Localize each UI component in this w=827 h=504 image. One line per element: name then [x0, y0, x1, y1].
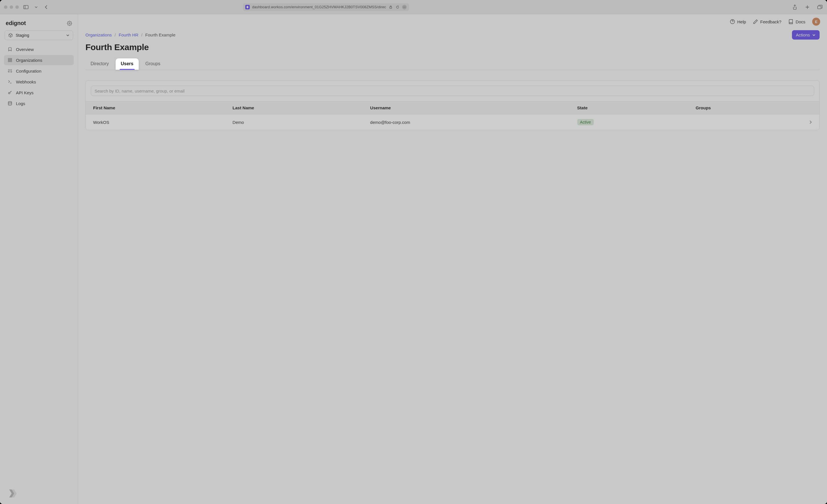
- window-controls: [4, 5, 19, 9]
- sidebar-item-label: Logs: [16, 101, 26, 106]
- col-username: Username: [363, 101, 570, 114]
- topbar: Help Feedback? Docs E: [78, 14, 827, 29]
- sliders-icon: [7, 68, 12, 73]
- url-text: dashboard.workos.com/environment_01G25ZH…: [252, 5, 386, 9]
- site-favicon: [245, 5, 250, 9]
- traffic-light-close[interactable]: [4, 5, 7, 9]
- tab-directory[interactable]: Directory: [86, 58, 114, 70]
- users-table: First Name Last Name Username State Grou…: [86, 101, 819, 130]
- col-first-name: First Name: [86, 101, 225, 114]
- svg-rect-11: [8, 58, 10, 60]
- cell-groups: [688, 114, 801, 130]
- help-circle-icon: [730, 19, 735, 24]
- svg-rect-2: [390, 7, 392, 8]
- sidebar-item-label: Webhooks: [16, 80, 36, 84]
- gear-icon[interactable]: [67, 21, 72, 26]
- chevron-down-icon[interactable]: [33, 4, 39, 10]
- sidebar-item-label: Overview: [16, 47, 34, 52]
- svg-rect-12: [10, 58, 12, 60]
- docs-link[interactable]: Docs: [788, 19, 806, 24]
- cell-last-name: Demo: [225, 114, 363, 130]
- feedback-link[interactable]: Feedback?: [753, 19, 781, 24]
- sidebar-item-api-keys[interactable]: API Keys: [4, 88, 74, 98]
- sidebar-item-label: API Keys: [16, 90, 34, 95]
- cell-first-name: WorkOS: [86, 114, 225, 130]
- table-row[interactable]: WorkOS Demo demo@foo-corp.com Active: [86, 114, 819, 130]
- breadcrumb-parent[interactable]: Fourth HR: [119, 33, 138, 37]
- breadcrumb-root[interactable]: Organizations: [86, 33, 112, 37]
- sidebar-item-organizations[interactable]: Organizations: [4, 55, 74, 65]
- tab-users[interactable]: Users: [115, 58, 138, 70]
- row-chevron-icon: [801, 114, 819, 130]
- sidebar-item-label: Configuration: [16, 69, 41, 73]
- svg-point-3: [403, 7, 404, 7]
- col-groups: Groups: [688, 101, 801, 114]
- cell-username: demo@foo-corp.com: [363, 114, 570, 130]
- environment-select[interactable]: Staging: [5, 31, 73, 40]
- svg-point-4: [404, 7, 405, 7]
- tabs-overview-icon[interactable]: [817, 4, 823, 10]
- avatar[interactable]: E: [812, 18, 820, 26]
- workspace-name: edignot: [6, 20, 26, 27]
- breadcrumb-separator: /: [115, 33, 116, 37]
- pencil-icon: [753, 19, 758, 24]
- col-last-name: Last Name: [225, 101, 363, 114]
- search-input[interactable]: [91, 86, 814, 96]
- actions-button[interactable]: Actions: [792, 30, 820, 40]
- svg-rect-14: [10, 60, 12, 62]
- svg-rect-8: [818, 6, 821, 9]
- svg-point-26: [8, 101, 12, 102]
- status-badge: Active: [577, 119, 594, 125]
- svg-rect-0: [23, 5, 28, 9]
- help-link[interactable]: Help: [730, 19, 746, 24]
- col-state: State: [570, 101, 688, 114]
- sidebar-item-label: Organizations: [16, 58, 42, 63]
- sidebar-item-logs[interactable]: Logs: [4, 98, 74, 108]
- traffic-light-zoom[interactable]: [15, 5, 19, 9]
- svg-rect-13: [8, 60, 10, 62]
- lock-icon: [388, 5, 393, 9]
- cell-state: Active: [570, 114, 688, 130]
- main: Help Feedback? Docs E Organizations: [78, 14, 827, 504]
- sidebar-item-webhooks[interactable]: Webhooks: [4, 77, 74, 87]
- tabs: Directory Users Groups: [86, 58, 820, 70]
- url-bar[interactable]: dashboard.workos.com/environment_01G25ZH…: [243, 3, 409, 11]
- breadcrumb: Organizations / Fourth HR / Fourth Examp…: [86, 33, 176, 37]
- brand-logo: [6, 488, 18, 499]
- sidebar: edignot Staging Overview: [0, 14, 78, 504]
- sidebar-item-configuration[interactable]: Configuration: [4, 66, 74, 76]
- reload-icon[interactable]: [395, 5, 400, 9]
- browser-chrome: dashboard.workos.com/environment_01G25ZH…: [0, 0, 827, 14]
- chevron-down-icon: [66, 34, 69, 37]
- share-icon[interactable]: [792, 4, 798, 10]
- page-title: Fourth Example: [86, 42, 820, 52]
- sidebar-toggle-icon[interactable]: [23, 4, 29, 10]
- back-icon[interactable]: [43, 4, 50, 10]
- new-tab-icon[interactable]: [804, 4, 811, 10]
- bookmark-icon: [7, 47, 12, 52]
- svg-point-5: [405, 7, 405, 7]
- key-icon: [7, 90, 12, 95]
- svg-point-27: [730, 20, 734, 24]
- svg-point-9: [69, 22, 70, 24]
- table-header-row: First Name Last Name Username State Grou…: [86, 101, 819, 114]
- book-icon: [788, 19, 793, 24]
- breadcrumb-separator: /: [141, 33, 142, 37]
- svg-point-25: [8, 92, 10, 94]
- users-panel: First Name Last Name Username State Grou…: [86, 80, 820, 130]
- database-icon: [7, 101, 12, 106]
- cube-icon: [8, 33, 13, 38]
- grid-icon: [7, 57, 12, 63]
- sidebar-item-overview[interactable]: Overview: [4, 44, 74, 54]
- tab-groups[interactable]: Groups: [140, 58, 165, 70]
- breadcrumb-current: Fourth Example: [145, 33, 176, 37]
- more-icon[interactable]: [402, 5, 407, 9]
- environment-label: Staging: [16, 33, 29, 38]
- traffic-light-minimize[interactable]: [10, 5, 13, 9]
- terminal-icon: [7, 79, 12, 84]
